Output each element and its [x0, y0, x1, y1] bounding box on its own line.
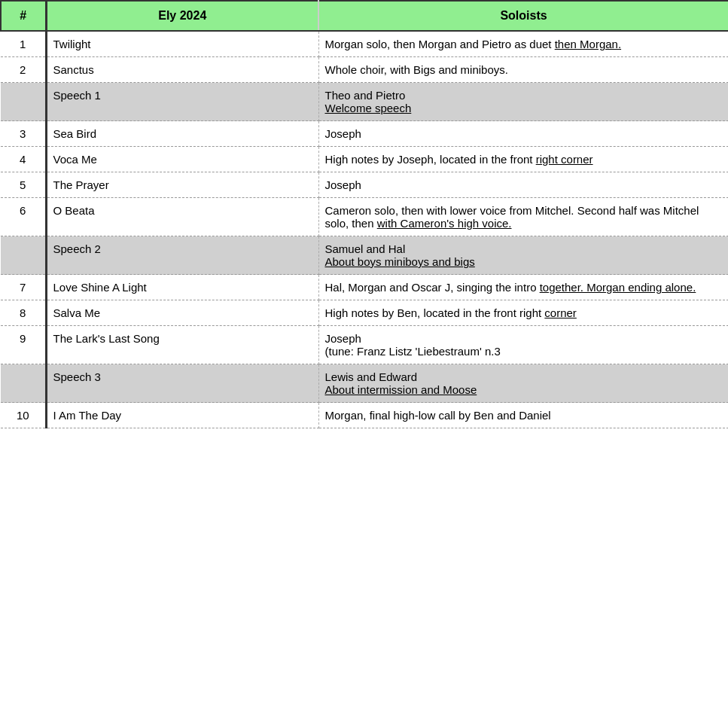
header-soloists: Soloists	[318, 1, 728, 31]
row-soloists: Joseph	[318, 121, 728, 147]
row-number	[1, 364, 46, 403]
row-title: The Lark's Last Song	[46, 326, 318, 364]
table-row: 8Salva MeHigh notes by Ben, located in t…	[1, 300, 728, 326]
table-row: Speech 3Lewis and EdwardAbout intermissi…	[1, 364, 728, 403]
row-number: 6	[1, 198, 46, 236]
table-row: 4Voca MeHigh notes by Joseph, located in…	[1, 147, 728, 172]
row-number	[1, 83, 46, 121]
table-row: 9The Lark's Last SongJoseph(tune: Franz …	[1, 326, 728, 364]
row-soloists: High notes by Ben, located in the front …	[318, 300, 728, 326]
row-title: Voca Me	[46, 147, 318, 172]
row-number: 9	[1, 326, 46, 364]
row-title: Speech 1	[46, 83, 318, 121]
row-title: Sanctus	[46, 57, 318, 83]
row-number: 10	[1, 403, 46, 428]
table-row: 2SanctusWhole choir, with Bigs and minib…	[1, 57, 728, 83]
table-row: Speech 1Theo and PietroWelcome speech	[1, 83, 728, 121]
header-title: Ely 2024	[46, 1, 318, 31]
row-title: Speech 3	[46, 364, 318, 403]
row-title: Sea Bird	[46, 121, 318, 147]
row-soloists: Morgan, final high-low call by Ben and D…	[318, 403, 728, 428]
row-number: 4	[1, 147, 46, 172]
row-title: Salva Me	[46, 300, 318, 326]
soloists-line1: Lewis and Edward	[325, 370, 418, 383]
soloists-line1: Theo and Pietro	[325, 89, 406, 102]
row-soloists: High notes by Joseph, located in the fro…	[318, 147, 728, 172]
table-row: 1TwilightMorgan solo, then Morgan and Pi…	[1, 31, 728, 57]
row-soloists: Samuel and HalAbout boys miniboys and bi…	[318, 236, 728, 275]
table-row: 6O BeataCameron solo, then with lower vo…	[1, 198, 728, 236]
row-soloists: Theo and PietroWelcome speech	[318, 83, 728, 121]
row-number: 8	[1, 300, 46, 326]
row-number: 7	[1, 275, 46, 300]
row-soloists: Whole choir, with Bigs and miniboys.	[318, 57, 728, 83]
row-soloists: Cameron solo, then with lower voice from…	[318, 198, 728, 236]
row-title: I Am The Day	[46, 403, 318, 428]
soloists-line1: Samuel and Hal	[325, 242, 406, 255]
soloists-line2: About intermission and Moose	[325, 383, 477, 396]
table-row: 10I Am The DayMorgan, final high-low cal…	[1, 403, 728, 428]
row-number: 5	[1, 172, 46, 198]
table-row: 3Sea BirdJoseph	[1, 121, 728, 147]
row-title: O Beata	[46, 198, 318, 236]
row-title: Speech 2	[46, 236, 318, 275]
table-row: Speech 2Samuel and HalAbout boys miniboy…	[1, 236, 728, 275]
row-title: The Prayer	[46, 172, 318, 198]
row-number: 2	[1, 57, 46, 83]
soloists-line2: About boys miniboys and bigs	[325, 255, 475, 268]
row-soloists: Lewis and EdwardAbout intermission and M…	[318, 364, 728, 403]
row-soloists: Joseph(tune: Franz Listz 'Liebestraum' n…	[318, 326, 728, 364]
row-number: 1	[1, 31, 46, 57]
row-soloists: Joseph	[318, 172, 728, 198]
row-soloists: Hal, Morgan and Oscar J, singing the int…	[318, 275, 728, 300]
row-title: Love Shine A Light	[46, 275, 318, 300]
row-title: Twilight	[46, 31, 318, 57]
header-num: #	[1, 1, 46, 31]
table-row: 7Love Shine A LightHal, Morgan and Oscar…	[1, 275, 728, 300]
row-soloists: Morgan solo, then Morgan and Pietro as d…	[318, 31, 728, 57]
row-number	[1, 236, 46, 275]
soloists-line2: Welcome speech	[325, 102, 412, 114]
row-number: 3	[1, 121, 46, 147]
table-row: 5The PrayerJoseph	[1, 172, 728, 198]
